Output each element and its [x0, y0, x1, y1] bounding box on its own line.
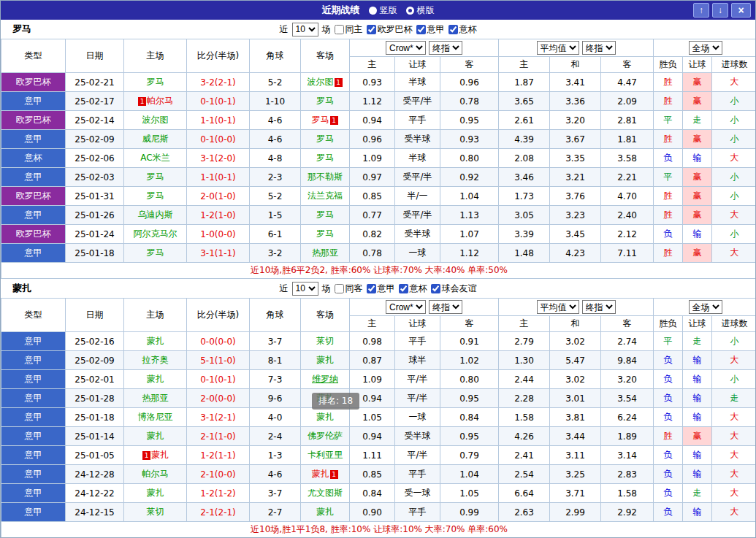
odds-provider-select[interactable]: Crow*	[386, 41, 426, 55]
average-odds-select[interactable]: 平均值	[537, 300, 579, 314]
filter-checkbox[interactable]: 意甲	[416, 23, 445, 36]
home-team-name[interactable]: 蒙扎	[147, 488, 164, 498]
odds-cell: 2.21	[601, 168, 654, 187]
corner-cell: 4-6	[250, 465, 301, 484]
away-team-cell: 罗马	[301, 92, 350, 111]
away-team-name[interactable]: 蒙扎	[312, 469, 329, 479]
away-team-name[interactable]: 罗马	[312, 115, 329, 125]
home-team-name[interactable]: 阿尔克马尔	[134, 228, 177, 239]
away-team-name[interactable]: 蒙扎	[316, 355, 334, 365]
away-team-name[interactable]: 罗马	[316, 96, 334, 106]
result-cell: 大	[712, 408, 756, 427]
away-team-cell: 罗马	[301, 225, 350, 244]
summary-row: 近10场,胜6平2负2, 胜率:60% 让球率:70% 大率:40% 单率:50…	[1, 263, 756, 279]
checkbox[interactable]	[416, 25, 426, 34]
home-team-name[interactable]: 蒙扎	[147, 336, 164, 346]
home-team-name[interactable]: 罗马	[147, 172, 164, 182]
odds-cell: 0.85	[350, 187, 395, 206]
away-team-cell: 卡利亚里	[301, 446, 350, 465]
odds-cell: 3.01	[550, 389, 601, 408]
result-cell: 大	[712, 351, 756, 370]
checkbox[interactable]	[367, 284, 376, 293]
odds-cell: 半球	[395, 73, 440, 92]
home-team-name[interactable]: 蒙扎	[151, 450, 169, 460]
home-team-name[interactable]: 罗马	[147, 191, 164, 201]
away-team-name[interactable]: 那不勒斯	[308, 172, 343, 182]
odds-cell: 9.84	[601, 351, 654, 370]
filter-checkbox[interactable]: 意杯	[448, 23, 477, 36]
away-team-name[interactable]: 尤文图斯	[308, 488, 343, 498]
away-team-name[interactable]: 罗马	[316, 134, 334, 144]
score-cell: 5-1(1-0)	[187, 351, 250, 370]
close-button[interactable]: ×	[731, 3, 751, 18]
league-cell: 意甲	[1, 168, 66, 187]
filter-checkbox[interactable]: 球会友谊	[431, 283, 477, 295]
average-odds-select[interactable]: 平均值	[537, 41, 579, 55]
checkbox[interactable]	[367, 25, 376, 34]
final-odds-select[interactable]: 终指	[429, 41, 462, 55]
home-team-name[interactable]: 帕尔马	[147, 96, 173, 106]
odds-cell: 2.12	[601, 225, 654, 244]
filter-checkbox[interactable]: 同主	[335, 23, 363, 36]
odds-cell: 3.36	[550, 92, 601, 111]
layout-option-vertical[interactable]: 竖版	[369, 4, 397, 17]
home-team-name[interactable]: 罗马	[147, 77, 164, 87]
layout-option-horizontal[interactable]: 横版	[406, 4, 435, 17]
away-team-name[interactable]: 蒙扎	[316, 393, 334, 403]
result-cell: 赢	[683, 130, 712, 149]
away-team-name[interactable]: 卡利亚里	[308, 450, 343, 460]
away-team-name[interactable]: 罗马	[316, 153, 334, 163]
checkbox[interactable]	[431, 284, 440, 293]
home-team-name[interactable]: 波尔图	[142, 115, 169, 125]
avg-final-odds-select[interactable]: 终指	[582, 41, 616, 55]
away-team-name[interactable]: 蒙扎	[316, 507, 334, 517]
home-team-name[interactable]: 威尼斯	[142, 134, 169, 144]
filter-checkbox[interactable]: 意甲	[367, 283, 395, 295]
checkbox[interactable]	[335, 25, 344, 34]
result-cell: 大	[712, 206, 756, 225]
away-team-name[interactable]: 罗马	[316, 210, 334, 220]
date-cell: 25-01-18	[66, 244, 124, 263]
result-cell: 胜	[654, 244, 683, 263]
final-odds-select[interactable]: 终指	[429, 300, 462, 314]
home-team-name[interactable]: AC米兰	[140, 153, 169, 163]
score-cell: 1-2(1-0)	[187, 206, 250, 225]
move-up-button[interactable]: ↑	[693, 3, 709, 18]
home-team-name[interactable]: 帕尔马	[142, 469, 169, 479]
away-team-name[interactable]: 莱切	[316, 336, 334, 346]
home-team-cell: 1帕尔马	[124, 92, 187, 111]
column-group-header: 平均值终指	[499, 39, 654, 57]
result-cell: 胜	[654, 187, 683, 206]
away-team-name[interactable]: 罗马	[316, 228, 334, 239]
home-team-name[interactable]: 博洛尼亚	[138, 412, 173, 422]
home-team-cell: 威尼斯	[124, 130, 187, 149]
away-team-name[interactable]: 佛罗伦萨	[308, 431, 343, 441]
home-team-name[interactable]: 蒙扎	[147, 374, 164, 384]
filter-checkbox[interactable]: 意杯	[399, 283, 427, 295]
filter-checkbox[interactable]: 欧罗巴杯	[367, 23, 413, 36]
full-match-select[interactable]: 全场	[689, 300, 722, 314]
full-match-select[interactable]: 全场	[689, 41, 722, 55]
recent-count-select[interactable]: 10	[292, 23, 318, 36]
away-team-name[interactable]: 波尔图	[308, 77, 334, 87]
away-team-name[interactable]: 维罗纳	[312, 374, 338, 384]
home-team-name[interactable]: 乌迪内斯	[138, 210, 173, 220]
filter-checkbox[interactable]: 同客	[335, 283, 363, 295]
home-team-name[interactable]: 罗马	[147, 247, 164, 258]
move-down-button[interactable]: ↓	[712, 3, 728, 18]
home-team-name[interactable]: 热那亚	[142, 393, 169, 403]
checkbox[interactable]	[448, 25, 458, 34]
checkbox[interactable]	[399, 284, 408, 293]
home-team-name[interactable]: 莱切	[147, 507, 164, 517]
recent-count-select[interactable]: 10	[292, 282, 318, 296]
avg-final-odds-select[interactable]: 终指	[582, 300, 616, 314]
team-section-roma: 罗马 近10场同主欧罗巴杯意甲意杯 类型日期主场比分(半场)角球客场Crow*终…	[1, 20, 755, 279]
home-team-name[interactable]: 拉齐奥	[142, 355, 169, 365]
home-team-name[interactable]: 蒙扎	[147, 431, 164, 441]
checkbox[interactable]	[335, 284, 344, 293]
corner-cell: 6-1	[250, 225, 301, 244]
odds-provider-select[interactable]: Crow*	[386, 300, 426, 314]
away-team-name[interactable]: 蒙扎	[316, 412, 334, 422]
away-team-name[interactable]: 热那亚	[312, 247, 338, 258]
away-team-name[interactable]: 法兰克福	[308, 191, 343, 201]
